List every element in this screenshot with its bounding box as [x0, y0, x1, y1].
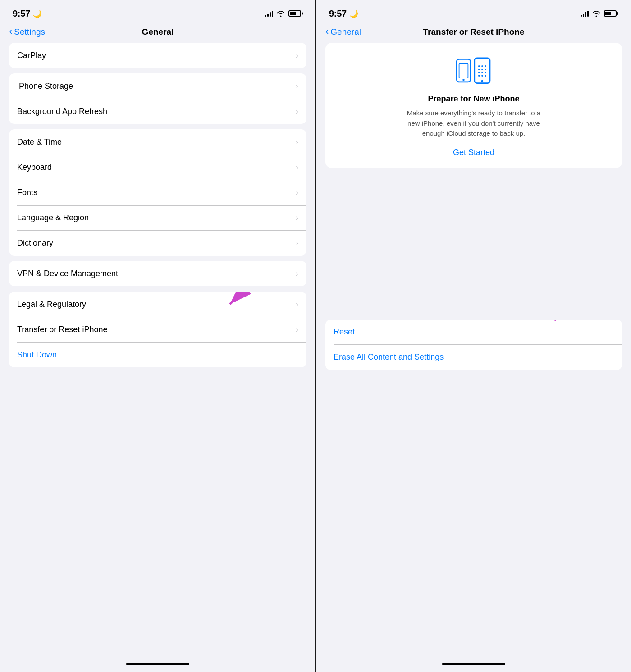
settings-row-vpn[interactable]: VPN & Device Management ›: [9, 261, 306, 286]
svg-point-15: [481, 75, 483, 77]
label-iphone-storage: iPhone Storage: [17, 82, 73, 91]
get-started-button[interactable]: Get Started: [453, 148, 494, 157]
svg-point-14: [478, 75, 480, 77]
home-bar-right: [442, 663, 505, 665]
svg-point-16: [485, 75, 486, 77]
svg-point-3: [462, 79, 465, 81]
svg-point-11: [478, 72, 480, 73]
svg-rect-2: [459, 63, 468, 78]
svg-rect-4: [475, 58, 490, 83]
battery-icon-left: [288, 10, 303, 17]
content-left: CarPlay › iPhone Storage › Background Ap…: [0, 43, 316, 656]
group-vpn: VPN & Device Management ›: [9, 261, 306, 286]
signal-icon-left: [265, 10, 273, 17]
label-transfer: Transfer or Reset iPhone: [17, 325, 107, 334]
status-time-left: 9:57: [13, 9, 30, 19]
status-icons-right: [581, 10, 618, 17]
back-label-right: General: [330, 27, 361, 37]
svg-point-7: [485, 65, 486, 67]
chevron-iphone-storage: ›: [296, 82, 298, 91]
settings-row-dictionary[interactable]: Dictionary ›: [9, 230, 306, 256]
content-right: Prepare for New iPhone Make sure everyth…: [316, 43, 631, 656]
spacer: [325, 175, 622, 320]
settings-row-date-time[interactable]: Date & Time ›: [9, 129, 306, 155]
back-chevron-right: ‹: [325, 26, 329, 37]
chevron-keyboard: ›: [296, 163, 298, 172]
page-title-left: General: [142, 27, 174, 37]
chevron-fonts: ›: [296, 188, 298, 197]
svg-point-9: [481, 69, 483, 70]
prepare-icon: [453, 55, 494, 87]
signal-icon-right: [581, 10, 589, 17]
settings-row-fonts[interactable]: Fonts ›: [9, 180, 306, 205]
label-legal: Legal & Regulatory: [17, 300, 86, 309]
svg-point-13: [485, 72, 486, 73]
wifi-icon-left: [277, 10, 285, 17]
label-vpn: VPN & Device Management: [17, 269, 118, 279]
svg-point-6: [481, 65, 483, 67]
settings-row-iphone-storage[interactable]: iPhone Storage ›: [9, 73, 306, 99]
moon-icon-right: 🌙: [349, 9, 358, 18]
back-button-left[interactable]: ‹ Settings: [9, 26, 45, 37]
back-button-right[interactable]: ‹ General: [325, 26, 361, 37]
status-time-right: 9:57: [329, 9, 347, 19]
svg-point-12: [481, 72, 483, 73]
svg-point-17: [481, 80, 484, 82]
group-legal-transfer: Legal & Regulatory › Transfer or Reset i…: [9, 292, 306, 367]
battery-icon-right: [604, 10, 618, 17]
nav-bar-left: ‹ Settings General: [0, 24, 316, 43]
status-bar-right: 9:57 🌙: [316, 0, 631, 24]
label-carplay: CarPlay: [17, 51, 46, 60]
chevron-transfer: ›: [296, 325, 298, 334]
settings-row-transfer[interactable]: Transfer or Reset iPhone ›: [9, 317, 306, 342]
settings-row-keyboard[interactable]: Keyboard ›: [9, 155, 306, 180]
settings-row-bg-refresh[interactable]: Background App Refresh ›: [9, 99, 306, 124]
group-regional: Date & Time › Keyboard › Fonts › Languag…: [9, 129, 306, 256]
settings-row-shutdown[interactable]: Shut Down: [9, 342, 306, 367]
group-reset-erase: Reset Erase All Content and Settings: [325, 320, 622, 370]
settings-row-carplay[interactable]: CarPlay ›: [9, 43, 306, 68]
svg-point-8: [478, 69, 480, 70]
prepare-title: Prepare for New iPhone: [428, 94, 519, 104]
label-bg-refresh: Background App Refresh: [17, 107, 107, 116]
group-storage: iPhone Storage › Background App Refresh …: [9, 73, 306, 124]
chevron-legal: ›: [296, 300, 298, 309]
home-indicator-left: [0, 656, 316, 672]
prepare-description: Make sure everything's ready to transfer…: [402, 108, 546, 139]
wifi-icon-right: [592, 10, 600, 17]
label-fonts: Fonts: [17, 188, 37, 197]
label-reset: Reset: [334, 327, 355, 337]
chevron-language: ›: [296, 213, 298, 223]
label-language: Language & Region: [17, 213, 89, 223]
left-screen: 9:57 🌙: [0, 0, 316, 672]
status-bar-left: 9:57 🌙: [0, 0, 316, 24]
prepare-card: Prepare for New iPhone Make sure everyth…: [325, 43, 622, 168]
settings-row-reset[interactable]: Reset: [325, 320, 622, 345]
chevron-date-time: ›: [296, 137, 298, 147]
page-title-right: Transfer or Reset iPhone: [423, 27, 525, 37]
chevron-dictionary: ›: [296, 238, 298, 248]
label-dictionary: Dictionary: [17, 238, 53, 248]
svg-point-10: [485, 69, 486, 70]
chevron-carplay: ›: [296, 51, 298, 60]
home-indicator-right: [316, 656, 631, 672]
label-date-time: Date & Time: [17, 137, 62, 147]
label-keyboard: Keyboard: [17, 163, 52, 172]
svg-point-5: [478, 65, 480, 67]
group-carplay: CarPlay ›: [9, 43, 306, 68]
back-chevron-left: ‹: [9, 26, 12, 37]
home-bar-left: [126, 663, 189, 665]
settings-row-language[interactable]: Language & Region ›: [9, 205, 306, 230]
nav-bar-right: ‹ General Transfer or Reset iPhone: [316, 24, 631, 43]
chevron-bg-refresh: ›: [296, 107, 298, 116]
label-shutdown: Shut Down: [17, 350, 57, 360]
back-label-left: Settings: [14, 27, 45, 37]
status-icons-left: [265, 10, 303, 17]
settings-row-erase[interactable]: Erase All Content and Settings: [325, 345, 622, 370]
chevron-vpn: ›: [296, 269, 298, 279]
settings-row-legal[interactable]: Legal & Regulatory ›: [9, 292, 306, 317]
right-screen: 9:57 🌙 ‹: [316, 0, 631, 672]
label-erase: Erase All Content and Settings: [334, 352, 444, 362]
moon-icon-left: 🌙: [33, 9, 42, 18]
